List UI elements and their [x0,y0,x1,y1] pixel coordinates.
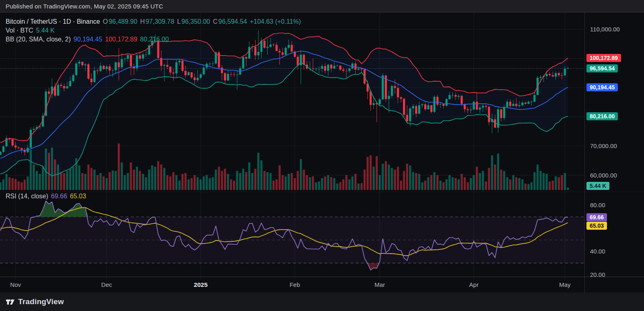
chart-legend: Bitcoin / TetherUS · 1D · Binance O96,48… [6,17,301,44]
rsi-axis-label: 40.00 [590,248,605,255]
publish-header-bar: Published on TradingView.com, May 02, 20… [0,0,644,12]
open-value: O96,489.90 [103,17,137,26]
published-caption: Published on TradingView.com, May 02, 20… [6,3,163,10]
tradingview-logo-text: TradingView [18,297,64,306]
time-axis-label: Apr [469,281,479,288]
time-axis-label: Feb [289,281,300,288]
time-axis-label: Dec [101,281,112,288]
rsi-ma-value: 65.03 [70,193,86,200]
tradingview-logo[interactable]: TradingView [5,297,64,307]
price-axis-badge: 90,194.45 [586,83,618,91]
bb-indicator-label: BB (20, SMA, close, 2) [6,35,71,44]
price-axis[interactable]: 110,000.0070,000.0060,000.00100,172.8996… [584,12,644,292]
time-axis-label: Nov [10,281,21,288]
time-axis-label: 2025 [194,281,207,288]
price-axis-badge: 96,594.54 [586,64,618,72]
close-value: C96,594.54 [213,17,247,26]
rsi-indicator-label: RSI (14, close) [6,193,48,200]
price-axis-label: 110,000.00 [590,26,620,33]
price-axis-badge: 80,216.00 [586,112,618,120]
published-chart-page: Published on TradingView.com, May 02, 20… [0,0,644,311]
volume-indicator-row: Vol · BTC 5.44 K [6,26,301,35]
bb-indicator-row: BB (20, SMA, close, 2) 90,194.45 100,172… [6,35,301,44]
volume-indicator-label: Vol · BTC [6,26,33,35]
symbol-row: Bitcoin / TetherUS · 1D · Binance O96,48… [6,17,301,26]
high-value: H97,309.78 [140,17,174,26]
rsi-value: 69.66 [51,193,67,200]
time-axis[interactable]: NovDec2025FebMarAprMay [0,277,644,293]
price-axis-badge: 100,172.89 [586,54,621,62]
bb-basis-value: 90,194.45 [74,35,102,44]
volume-indicator-value: 5.44 K [36,26,54,35]
price-axis-label: 60,000.00 [590,172,617,179]
time-axis-label: Mar [375,281,385,288]
tradingview-logo-icon [5,297,15,307]
rsi-axis-label: 80.00 [590,202,605,208]
time-axis-label: May [559,281,570,288]
price-axis-label: 70,000.00 [590,142,617,149]
footer-bar: TradingView [0,292,644,311]
volume-axis-badge: 5.44 K [586,182,609,190]
rsi-axis-badge: 65.03 [586,222,607,230]
chart-canvas[interactable] [0,12,584,277]
rsi-axis-badge: 69.66 [586,213,607,221]
rsi-legend: RSI (14, close) 69.66 65.03 [6,193,86,200]
bb-lower-value: 80,216.00 [140,35,169,44]
change-value: +104.63 (+0.11%) [250,17,301,26]
low-value: L96,350.00 [177,17,210,26]
bb-upper-value: 100,172.89 [105,35,137,44]
symbol-title: Bitcoin / TetherUS · 1D · Binance [6,17,100,26]
